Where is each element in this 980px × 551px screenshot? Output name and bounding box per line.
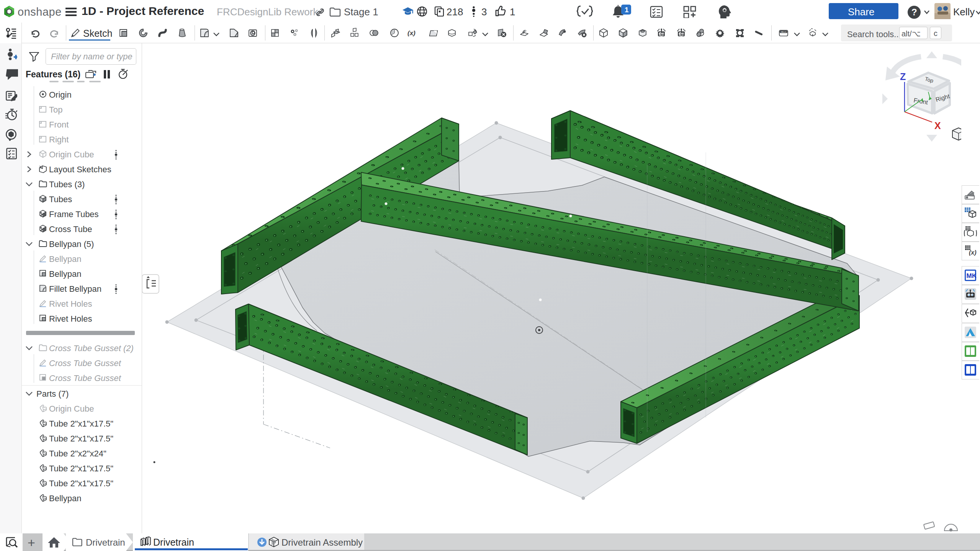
svg-text:MK: MK xyxy=(967,272,977,280)
svg-text:X: X xyxy=(934,120,941,131)
svg-text:HELLO: HELLO xyxy=(781,31,786,33)
svg-text:1: 1 xyxy=(625,6,629,14)
svg-text:Z: Z xyxy=(900,71,906,82)
svg-text:?: ? xyxy=(911,7,917,17)
svg-text:(x): (x) xyxy=(407,29,416,37)
svg-text:(x): (x) xyxy=(969,249,977,256)
